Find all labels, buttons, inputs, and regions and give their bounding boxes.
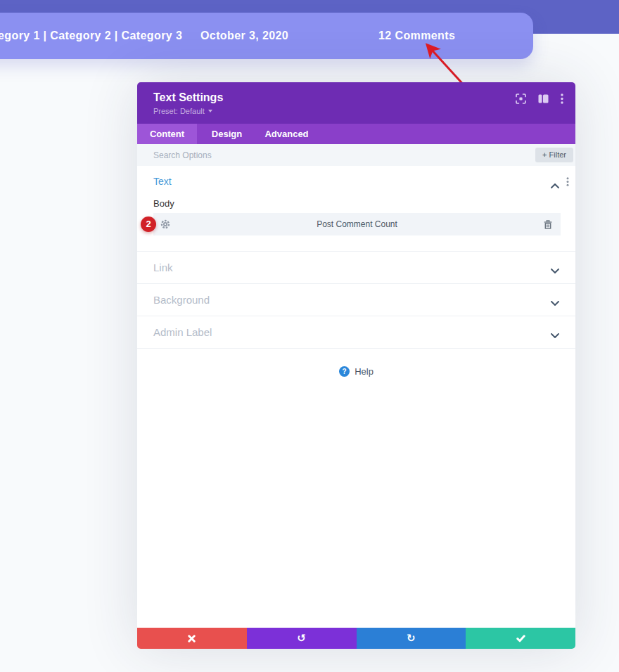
chevron-down-icon	[551, 264, 559, 276]
filter-button[interactable]: + Filter	[535, 148, 573, 162]
modal-footer: ↺ ↻	[137, 628, 575, 649]
preset-selector[interactable]: Preset: Default	[153, 107, 212, 115]
modal-body: Text Body	[137, 166, 575, 628]
dynamic-content-row[interactable]: Post Comment Count	[153, 213, 561, 235]
body-field-label: Body	[153, 198, 174, 209]
dynamic-content-label: Post Comment Count	[170, 219, 544, 229]
section-text-title[interactable]: Text	[153, 176, 172, 187]
tab-content[interactable]: Content	[137, 124, 197, 144]
section-text: Text Body	[137, 166, 575, 252]
chevron-down-icon	[551, 296, 559, 309]
section-background[interactable]: Background	[137, 284, 575, 316]
search-bar: + Filter	[137, 144, 575, 166]
chevron-down-icon	[551, 328, 559, 341]
page: Category 1 | Category 2 | Category 3 Oct…	[0, 0, 619, 672]
redo-button[interactable]: ↻	[357, 628, 466, 649]
modal-title: Text Settings	[153, 91, 575, 104]
post-date: October 3, 2020	[200, 30, 288, 42]
split-view-icon[interactable]	[538, 94, 549, 103]
tab-design[interactable]: Design	[197, 124, 257, 144]
kebab-menu-icon[interactable]	[561, 93, 563, 104]
caret-down-icon	[208, 110, 212, 112]
undo-button[interactable]: ↺	[247, 628, 357, 649]
text-settings-modal: Text Settings Preset: Default	[137, 82, 575, 649]
help-question-icon: ?	[339, 366, 350, 377]
help-link[interactable]: ? Help	[137, 366, 575, 377]
gear-icon[interactable]	[160, 219, 170, 229]
section-admin-label[interactable]: Admin Label	[137, 316, 575, 349]
post-categories[interactable]: Category 1 | Category 2 | Category 3	[0, 30, 182, 42]
tab-advanced[interactable]: Advanced	[257, 124, 317, 144]
trash-icon[interactable]	[544, 220, 552, 229]
search-options-input[interactable]	[137, 144, 575, 166]
discard-button[interactable]	[137, 628, 247, 649]
chevron-up-icon[interactable]	[551, 179, 559, 191]
check-icon	[516, 635, 525, 642]
section-background-label: Background	[153, 284, 210, 316]
help-label: Help	[355, 366, 374, 377]
redo-icon: ↻	[407, 632, 416, 645]
preset-label: Preset: Default	[153, 107, 205, 115]
section-link[interactable]: Link	[137, 252, 575, 284]
undo-icon: ↺	[297, 632, 306, 645]
section-link-label: Link	[153, 252, 173, 284]
section-kebab-icon[interactable]	[566, 176, 569, 189]
section-admin-label-label: Admin Label	[153, 316, 212, 349]
modal-header: Text Settings Preset: Default	[137, 82, 575, 124]
focus-mode-icon[interactable]	[516, 93, 526, 104]
x-icon	[188, 635, 196, 642]
step-badge: 2	[141, 217, 156, 232]
save-button[interactable]	[466, 628, 575, 649]
settings-tabs: Content Design Advanced	[137, 124, 575, 144]
